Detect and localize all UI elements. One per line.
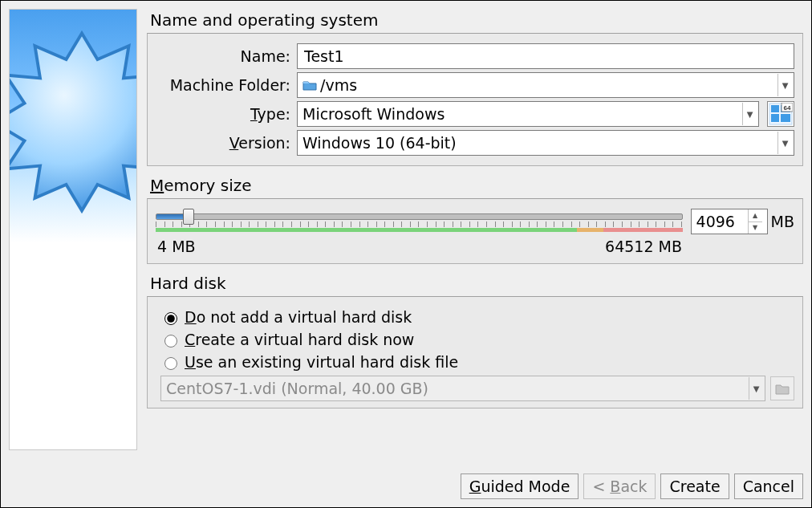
existing-disk-row: CentOS7-1.vdi (Normal, 40.00 GB) ▼ xyxy=(160,376,794,401)
create-button[interactable]: Create xyxy=(660,473,729,499)
svg-rect-3 xyxy=(771,114,779,122)
label-name: Name: xyxy=(156,47,292,65)
choose-disk-file-button xyxy=(770,376,794,400)
form-column: Name and operating system Name: Machine … xyxy=(147,9,803,467)
chevron-down-icon[interactable]: ▼ xyxy=(777,74,792,96)
os-icon: 64 xyxy=(767,101,794,127)
chevron-down-icon[interactable]: ▼ xyxy=(777,132,792,154)
memory-spinbox[interactable]: ▲ ▼ xyxy=(691,209,768,234)
create-vm-dialog: Name and operating system Name: Machine … xyxy=(0,0,812,508)
wizard-graphic xyxy=(9,9,137,450)
machine-folder-combo[interactable]: /vms ▼ xyxy=(297,72,794,98)
memory-slider[interactable] xyxy=(156,209,683,234)
content-row: Name and operating system Name: Machine … xyxy=(9,9,803,467)
guided-mode-button[interactable]: Guided Mode xyxy=(461,473,579,499)
row-folder: Machine Folder: /vms ▼ xyxy=(156,72,794,98)
nameos-section: Name and operating system Name: Machine … xyxy=(147,9,803,166)
slider-ticks xyxy=(156,221,683,228)
svg-rect-4 xyxy=(781,114,790,122)
slider-track xyxy=(156,213,683,220)
svg-text:64: 64 xyxy=(784,104,791,112)
folder-icon xyxy=(302,76,317,94)
version-combo[interactable]: Windows 10 (64-bit) ▼ xyxy=(297,130,794,156)
radio-no-disk-input[interactable] xyxy=(164,312,177,325)
windows10-64-icon: 64 xyxy=(769,103,793,125)
type-value: Microsoft Windows xyxy=(302,105,742,123)
cancel-button[interactable]: Cancel xyxy=(734,473,803,499)
radio-no-disk-label: Do not add a virtual hard disk xyxy=(185,308,412,326)
memory-range-labels: 4 MB 64512 MB xyxy=(156,238,794,255)
row-name: Name: xyxy=(156,43,794,69)
radio-no-disk[interactable]: Do not add a virtual hard disk xyxy=(160,308,794,326)
memory-section: Memory size xyxy=(147,174,803,264)
harddisk-fieldset: Do not add a virtual hard disk Create a … xyxy=(147,296,803,408)
existing-disk-combo: CentOS7-1.vdi (Normal, 40.00 GB) ▼ xyxy=(160,376,765,401)
radio-create-disk[interactable]: Create a virtual hard disk now xyxy=(160,331,794,348)
version-value: Windows 10 (64-bit) xyxy=(302,134,777,152)
chevron-down-icon: ▼ xyxy=(749,377,763,400)
dialog-footer: Guided Mode < Back Create Cancel xyxy=(9,467,803,499)
label-machine-folder: Machine Folder: xyxy=(156,76,292,94)
row-type: Type: Microsoft Windows ▼ xyxy=(156,101,794,127)
memory-slider-row: ▲ ▼ MB xyxy=(156,204,794,236)
label-version: Version: xyxy=(156,134,292,152)
nameos-fieldset: Name: Machine Folder: /vms ▼ xyxy=(147,33,803,166)
machine-folder-value: /vms xyxy=(320,76,777,94)
type-combo[interactable]: Microsoft Windows ▼ xyxy=(297,101,759,127)
slider-colorbar xyxy=(156,228,683,232)
radio-use-existing-label: Use an existing virtual hard disk file xyxy=(185,353,458,371)
radio-create-disk-label: Create a virtual hard disk now xyxy=(185,331,414,348)
svg-rect-1 xyxy=(771,105,779,112)
folder-open-icon xyxy=(775,382,790,395)
harddisk-title: Hard disk xyxy=(150,274,803,293)
spin-down-icon[interactable]: ▼ xyxy=(749,222,762,234)
name-input[interactable] xyxy=(297,43,794,69)
back-button: < Back xyxy=(583,473,656,499)
slider-thumb[interactable] xyxy=(183,209,194,225)
existing-disk-value: CentOS7-1.vdi (Normal, 40.00 GB) xyxy=(166,380,749,397)
starburst-icon xyxy=(9,18,137,226)
row-version: Version: Windows 10 (64-bit) ▼ xyxy=(156,130,794,156)
radio-use-existing-input[interactable] xyxy=(164,357,177,370)
label-type: Type: xyxy=(156,105,292,123)
memory-max-label: 64512 MB xyxy=(605,238,682,255)
chevron-down-icon[interactable]: ▼ xyxy=(742,103,757,125)
memory-spin-group: ▲ ▼ MB xyxy=(691,209,794,234)
spin-buttons[interactable]: ▲ ▼ xyxy=(748,209,762,234)
memory-fieldset: ▲ ▼ MB 4 MB 64512 MB xyxy=(147,198,803,264)
memory-title: Memory size xyxy=(150,176,803,195)
memory-min-label: 4 MB xyxy=(157,238,196,255)
nameos-title: Name and operating system xyxy=(150,10,803,30)
radio-use-existing[interactable]: Use an existing virtual hard disk file xyxy=(160,353,794,371)
radio-create-disk-input[interactable] xyxy=(164,335,177,347)
memory-value-input[interactable] xyxy=(692,209,748,234)
mb-unit-label: MB xyxy=(771,213,794,230)
spin-up-icon[interactable]: ▲ xyxy=(749,209,762,222)
harddisk-section: Hard disk Do not add a virtual hard disk… xyxy=(147,272,803,408)
